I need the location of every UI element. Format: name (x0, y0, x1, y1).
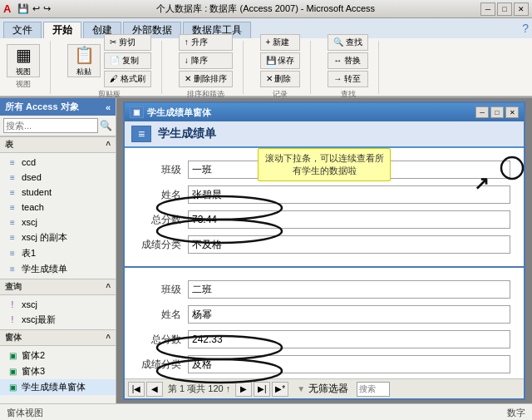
xingming-label-1: 姓名 (138, 188, 188, 202)
ribbon-group-view: ▦ 视图 视图 (7, 41, 51, 94)
view-button[interactable]: ▦ 视图 (7, 44, 40, 77)
replace-button[interactable]: ↔ 替换 (328, 52, 368, 69)
sidebar-title: 所有 Access 对象 (5, 101, 79, 113)
zongfen-input-1[interactable]: 73.44 (188, 210, 510, 229)
close-button[interactable]: ✕ (514, 2, 529, 16)
view-label: 视图 (16, 67, 31, 77)
forms-section-header[interactable]: 窗体 ^ (0, 329, 116, 346)
banji-field-2: 班级 二班 (138, 279, 510, 299)
sidebar-item-form-3[interactable]: ▣ 窗体3 (0, 363, 116, 379)
sidebar-item-query-xscj-new[interactable]: ! xscj最新 (0, 312, 116, 328)
minimize-button[interactable]: ─ (480, 2, 495, 16)
form-nav-title: 学生成绩单 (158, 126, 216, 141)
nav-search-input[interactable] (357, 382, 390, 397)
paste-button[interactable]: 📋 粘贴 (67, 44, 101, 77)
save-record-button[interactable]: 💾 保存 (260, 52, 301, 69)
nav-bar: |◀ ◀ 第 1 项共 120 ↑ ▶ ▶| ▶* ▼ 无筛选器 (125, 378, 524, 398)
search-input[interactable] (3, 118, 98, 133)
form-maximize-button[interactable]: □ (490, 106, 504, 118)
ribbon-content: ▦ 视图 视图 📋 粘贴 ✂ 剪切 📄 复制 🖌 格式刷 剪贴板 (0, 38, 532, 96)
chengji-label-2: 成绩分类 (138, 358, 188, 372)
records-buttons: + 新建 💾 保存 ✕ 删除 (260, 34, 301, 87)
ascending-sort-button[interactable]: ↑ 升序 (179, 34, 233, 51)
sidebar-item-student[interactable]: ≡ student (0, 185, 116, 200)
goto-button[interactable]: → 转至 (328, 71, 368, 87)
xingming-value-2: 杨幂 (192, 308, 212, 322)
queries-section-header[interactable]: 查询 ^ (0, 279, 116, 295)
cut-button[interactable]: ✂ 剪切 (104, 34, 151, 51)
status-bar: 窗体视图 数字 (0, 403, 532, 420)
tables-expand-icon: ^ (106, 141, 111, 150)
sort-group: ↑ 升序 ↓ 降序 ✕ 删除排序 (179, 34, 233, 87)
sidebar-item-label-form-2: 窗体2 (22, 349, 45, 362)
sidebar-item-label-query-xscj: xscj (22, 299, 37, 309)
view-group-label: 视图 (16, 79, 31, 90)
sidebar-item-xuesheng[interactable]: ≡ 学生成绩单 (0, 261, 116, 277)
chengji-value-1: 不及格 (192, 238, 222, 252)
sidebar-item-ccd[interactable]: ≡ ccd (0, 155, 116, 170)
form-table-icon: ≡ (138, 127, 145, 141)
app-icon: A (3, 2, 11, 15)
chengji-input-1[interactable]: 不及格 (188, 235, 510, 254)
xingming-input-1[interactable]: 张碧晨 (188, 185, 510, 204)
nav-next-button[interactable]: ▶ (235, 382, 252, 397)
tables-section-header[interactable]: 表 ^ (0, 136, 116, 153)
sidebar-item-xscj[interactable]: ≡ xscj (0, 215, 116, 230)
annotation-arrow: ↗ (474, 173, 489, 195)
form-title-text: ▣ 学生成绩单窗体 (130, 106, 211, 119)
remove-sort-button[interactable]: ✕ 删除排序 (179, 71, 233, 87)
maximize-button[interactable]: □ (497, 2, 512, 16)
zongfen-field-2: 总分数 242.33 (138, 329, 510, 349)
sidebar-item-form-2[interactable]: ▣ 窗体2 (0, 348, 116, 363)
zongfen-field-1: 总分数 73.44 (138, 210, 510, 230)
find-button[interactable]: 🔍 查找 (328, 34, 368, 51)
sidebar: 所有 Access 对象 « 🔍 表 ^ ≡ ccd ≡ dsed ≡ stud… (0, 98, 116, 403)
window-controls: ─ □ ✕ (480, 2, 529, 16)
descending-sort-button[interactable]: ↓ 降序 (179, 52, 233, 69)
nav-first-button[interactable]: |◀ (128, 382, 145, 397)
ribbon: 文件 开始 创建 外部数据 数据库工具 ? ▦ 视图 视图 📋 粘贴 (0, 18, 532, 98)
annotation-box: 滚动下拉条，可以连续查看所有学生的数据啦 (258, 148, 391, 181)
sidebar-item-label-dsed: dsed (22, 172, 42, 182)
delete-button[interactable]: ✕ 删除 (260, 71, 301, 87)
format-painter-button[interactable]: 🖌 格式刷 (104, 71, 151, 87)
sidebar-item-form-chengji[interactable]: ▣ 学生成绩单窗体 (0, 379, 116, 395)
xingming-input-2[interactable]: 杨幂 (188, 305, 510, 324)
sidebar-item-biao1[interactable]: ≡ 表1 (0, 245, 116, 261)
quick-access-redo[interactable]: ↪ (43, 3, 51, 14)
sidebar-item-query-xscj[interactable]: ! xscj (0, 297, 116, 312)
help-icon[interactable]: ? (522, 22, 529, 38)
table-icon-biao1: ≡ (7, 248, 18, 259)
table-icon-teach: ≡ (7, 201, 18, 213)
chengji-value-2: 及格 (192, 358, 212, 372)
form-minimize-button[interactable]: ─ (475, 106, 489, 118)
sidebar-header: 所有 Access 对象 « (0, 98, 116, 116)
nav-record-info: 第 1 项共 120 ↑ (165, 383, 234, 395)
chengji-input-2[interactable]: 及格 (188, 355, 510, 373)
sidebar-search-container: 🔍 (0, 116, 116, 136)
xingming-field-1: 姓名 张碧晨 (138, 185, 510, 205)
forms-label: 窗体 (5, 332, 22, 343)
new-record-button[interactable]: + 新建 (260, 34, 301, 51)
banji-input-2[interactable]: 二班 (188, 280, 510, 299)
form-close-button[interactable]: ✕ (505, 106, 519, 118)
sidebar-item-teach[interactable]: ≡ teach (0, 200, 116, 215)
sidebar-item-dsed[interactable]: ≡ dsed (0, 170, 116, 185)
sidebar-collapse-icon[interactable]: « (106, 102, 111, 112)
sidebar-item-label-biao1: 表1 (22, 247, 36, 259)
nav-prev-button[interactable]: ◀ (146, 382, 163, 397)
nav-new-button[interactable]: ▶* (272, 382, 288, 397)
nav-filter-label: 无筛选器 (308, 382, 348, 396)
sidebar-item-xscj-copy[interactable]: ≡ xscj 的副本 (0, 230, 116, 245)
banji-label-1: 班级 (138, 163, 188, 177)
quick-access-save[interactable]: 💾 (17, 3, 29, 14)
quick-access-undo[interactable]: ↩ (32, 3, 40, 14)
tab-file[interactable]: 文件 (3, 22, 42, 38)
zongfen-input-2[interactable]: 242.33 (188, 330, 510, 348)
copy-button[interactable]: 📄 复制 (104, 52, 151, 69)
form-record-2: 班级 二班 姓名 杨幂 总分数 (125, 268, 524, 378)
nav-last-button[interactable]: ▶| (254, 382, 270, 397)
status-left: 窗体视图 (7, 407, 43, 419)
xingming-value-1: 张碧晨 (192, 188, 222, 202)
form-body[interactable]: 班级 一班 姓名 张碧晨 总分数 (125, 148, 524, 378)
